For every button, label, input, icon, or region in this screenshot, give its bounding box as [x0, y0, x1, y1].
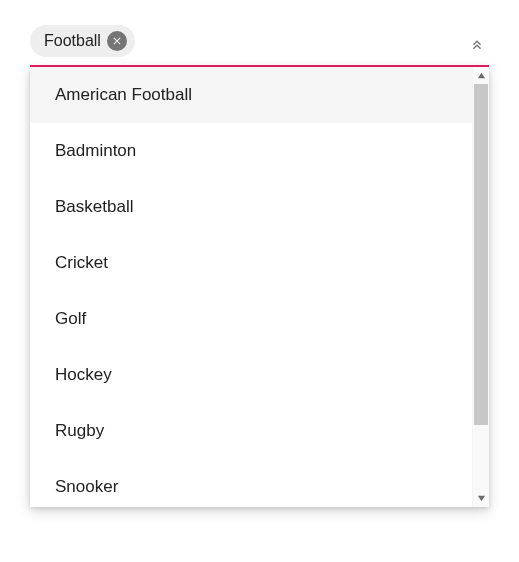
option-item[interactable]: Hockey — [30, 347, 472, 403]
option-item[interactable]: Cricket — [30, 235, 472, 291]
scroll-up-button[interactable] — [473, 67, 489, 84]
option-item[interactable]: Badminton — [30, 123, 472, 179]
collapse-button[interactable] — [465, 33, 489, 57]
options-list: American FootballBadmintonBasketballCric… — [30, 67, 472, 507]
option-item[interactable]: Basketball — [30, 179, 472, 235]
triangle-down-icon — [477, 494, 486, 503]
chip-remove-button[interactable] — [107, 31, 127, 51]
option-item[interactable]: Rugby — [30, 403, 472, 459]
dropdown-panel: American FootballBadmintonBasketballCric… — [30, 67, 489, 507]
option-item[interactable]: Golf — [30, 291, 472, 347]
triangle-up-icon — [477, 71, 486, 80]
multiselect-combobox: Football American FootballBadmintonBaske… — [30, 25, 489, 507]
scroll-track[interactable] — [473, 84, 489, 490]
option-item[interactable]: Snooker — [30, 459, 472, 507]
chevron-double-up-icon — [469, 37, 485, 53]
option-item[interactable]: American Football — [30, 67, 472, 123]
chip-label: Football — [44, 32, 101, 50]
selected-chip: Football — [30, 25, 135, 57]
scrollbar[interactable] — [472, 67, 489, 507]
combobox-input-area[interactable]: Football — [30, 25, 489, 67]
scroll-thumb[interactable] — [474, 84, 488, 425]
scroll-down-button[interactable] — [473, 490, 489, 507]
close-icon — [111, 35, 123, 47]
